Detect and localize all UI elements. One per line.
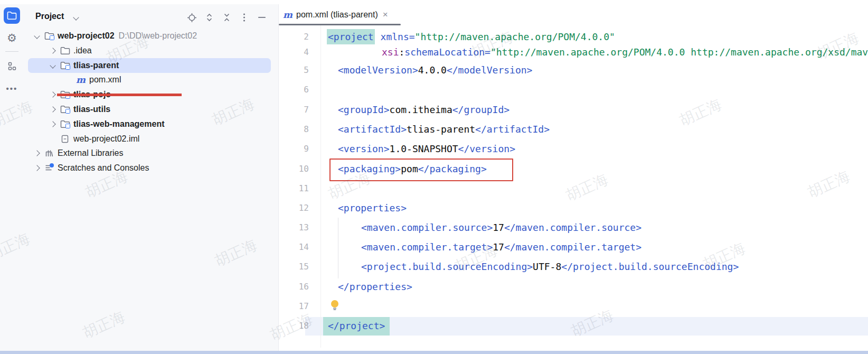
code-token: <artifactId>: [338, 124, 407, 135]
code-token: 1.0-SNAPSHOT: [390, 143, 458, 154]
code-token: <groupId>: [338, 104, 390, 115]
code-token: <maven.compiler.target>: [361, 241, 493, 253]
tree-item-label: web-project02: [58, 31, 115, 41]
tree-item-label: Scratches and Consoles: [58, 163, 149, 173]
line-number-9: 9: [278, 140, 309, 158]
code-token: <project.build.sourceEncoding>: [361, 261, 533, 272]
tree-item-scratches-and-consoles[interactable]: Scratches and Consoles: [31, 161, 149, 175]
chevron-right-icon[interactable]: [47, 122, 59, 126]
code-line-16[interactable]: </properties>: [338, 278, 412, 296]
code-token: 4.0.0: [418, 64, 447, 76]
close-icon[interactable]: ×: [383, 10, 388, 20]
code-token: tlias-parent: [407, 124, 475, 135]
code-token: </version>: [458, 143, 515, 154]
chevron-down-icon[interactable]: [73, 14, 79, 20]
code-line-15[interactable]: <project.build.sourceEncoding>UTF-8</pro…: [361, 258, 739, 276]
project-panel: Project web-project02D:\D: [24, 4, 279, 351]
line-number-12: 12: [278, 199, 309, 217]
top-strip: [0, 0, 868, 4]
module-folder-icon: [44, 32, 54, 40]
red-box-annotation: [329, 159, 513, 181]
tree-item-tlias-parent[interactable]: tlias-parent: [47, 58, 119, 73]
editor-area[interactable]: m pom.xml (tlias-parent) × 2456789101112…: [278, 0, 868, 351]
module-badge: [50, 35, 54, 40]
code-token: </artifactId>: [475, 124, 550, 135]
code-line-13[interactable]: <maven.compiler.source>17</maven.compile…: [361, 219, 641, 237]
expand-all-icon[interactable]: [204, 13, 214, 23]
minimize-icon[interactable]: [257, 13, 267, 23]
kebab-menu-icon[interactable]: [239, 13, 249, 23]
tree-item-tlias-utils[interactable]: tlias-utils: [47, 102, 110, 117]
ide-window: ⚙ ••• Project: [0, 0, 868, 354]
collapse-all-icon[interactable]: [222, 13, 232, 23]
module-folder-icon: [60, 61, 70, 70]
line-number-4: 4: [278, 43, 309, 61]
tree-item-label: tlias-utils: [73, 105, 110, 114]
code-line-5[interactable]: <modelVersion>4.0.0</modelVersion>: [338, 61, 532, 79]
intention-bulb-icon[interactable]: [329, 299, 341, 312]
tree-item-path: D:\DD\web-project02: [119, 31, 197, 41]
code-token: </project>: [327, 318, 386, 333]
project-folder-icon: [7, 11, 17, 20]
code-line-9[interactable]: <version>1.0-SNAPSHOT</version>: [338, 140, 515, 158]
tree-item--idea[interactable]: .idea: [47, 43, 92, 58]
code-token: </groupId>: [452, 104, 510, 115]
code-token: <properties>: [338, 202, 407, 213]
line-number-6: 6: [278, 81, 309, 99]
line-number-5: 5: [278, 61, 309, 79]
red-underline-annotation: [57, 94, 182, 96]
project-tool-window-button[interactable]: [4, 7, 20, 24]
line-number-16: 16: [278, 278, 309, 296]
chevron-right-icon[interactable]: [31, 166, 43, 170]
code-token: xmlns=: [381, 31, 415, 42]
more-tool-windows-button[interactable]: •••: [4, 80, 20, 97]
tree-item-tlias-web-management[interactable]: tlias-web-management: [47, 117, 164, 132]
code-token: </project.build.sourceEncoding>: [561, 261, 739, 272]
chevron-down-icon[interactable]: [31, 34, 43, 38]
chevron-right-icon[interactable]: [47, 49, 59, 53]
code-line-4[interactable]: xsi:schemaLocation="http://maven.apache.…: [382, 43, 868, 61]
code-line-18[interactable]: </project>: [327, 317, 386, 335]
line-number-17: 17: [278, 297, 309, 315]
maven-file-icon: m: [283, 11, 293, 18]
activity-bar: ⚙ •••: [0, 4, 24, 351]
library-icon: [45, 149, 54, 157]
code-line-14[interactable]: <maven.compiler.target>17</maven.compile…: [361, 238, 641, 256]
tree-item-web-project02[interactable]: web-project02D:\DD\web-project02: [31, 29, 197, 43]
line-number-11: 11: [278, 180, 309, 198]
code-line-12[interactable]: <properties>: [338, 199, 407, 217]
tab-label: pom.xml (tlias-parent): [296, 10, 378, 20]
tree-item-web-project02-iml[interactable]: web-project02.iml: [47, 132, 139, 146]
locate-opened-file-icon[interactable]: [187, 13, 197, 23]
tree-item-label: web-project02.iml: [73, 134, 139, 144]
tree-item-external-libraries[interactable]: External Libraries: [31, 146, 124, 161]
code-token: :: [399, 46, 405, 58]
settings-button[interactable]: ⚙: [4, 30, 20, 46]
project-panel-title[interactable]: Project: [35, 12, 64, 21]
maven-file-icon: m: [76, 76, 86, 83]
code-token: "http://maven.apache.org/POM/4.0.0": [415, 31, 615, 42]
tree-item-label: .idea: [73, 46, 92, 55]
line-number-7: 7: [278, 101, 309, 119]
line-number-8: 8: [278, 120, 309, 138]
code-line-8[interactable]: <artifactId>tlias-parent</artifactId>: [338, 120, 550, 138]
line-number-15: 15: [278, 258, 309, 276]
code-token: </properties>: [338, 281, 412, 292]
module-folder-icon: [60, 120, 70, 128]
project-panel-toolbar: [187, 12, 267, 23]
code-line-7[interactable]: <groupId>com.itheima</groupId>: [338, 101, 510, 119]
indent-guide: [338, 218, 338, 278]
tree-item-pom-xml[interactable]: mpom.xml: [63, 72, 121, 87]
code-token: </maven.compiler.target>: [504, 241, 641, 253]
code-token: <version>: [338, 143, 390, 154]
code-token: "http://maven.apache.org/POM/4.0.0 http:…: [490, 46, 868, 58]
code-token: UTF-8: [533, 261, 561, 272]
chevron-right-icon[interactable]: [47, 107, 59, 111]
tab-pom-xml[interactable]: m pom.xml (tlias-parent) ×: [279, 4, 395, 25]
chevron-down-icon[interactable]: [47, 63, 59, 68]
code-token: <modelVersion>: [338, 64, 418, 76]
chevron-right-icon[interactable]: [31, 151, 43, 155]
structure-tool-window-button[interactable]: [4, 58, 20, 74]
more-tool-windows-icon: •••: [6, 84, 18, 93]
folder-icon: [60, 46, 70, 55]
